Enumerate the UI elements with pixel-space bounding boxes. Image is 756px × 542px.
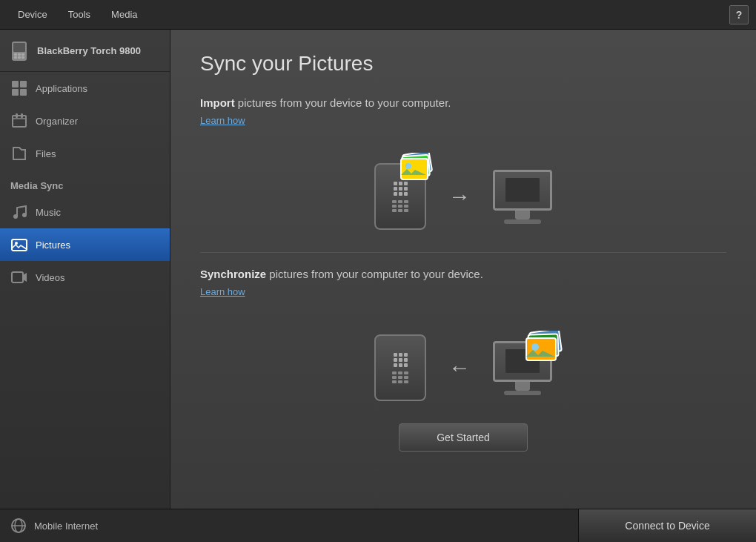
sidebar-item-files[interactable]: Files bbox=[0, 137, 170, 170]
svg-point-17 bbox=[22, 213, 27, 217]
sync-pic-stack bbox=[525, 331, 566, 366]
sidebar-media-section: Music Pictures bbox=[0, 196, 170, 294]
mobile-internet-icon bbox=[10, 518, 27, 534]
svg-rect-2 bbox=[14, 53, 17, 56]
import-strong-label: Import bbox=[200, 96, 235, 109]
sidebar-item-organizer[interactable]: Organizer bbox=[0, 105, 170, 137]
blackberry-device-icon bbox=[9, 40, 30, 61]
sidebar-item-device[interactable]: BlackBerry Torch 9800 bbox=[0, 30, 170, 72]
sidebar-item-music[interactable]: Music bbox=[0, 196, 170, 228]
page-title: Sync your Pictures bbox=[200, 52, 726, 76]
sidebar-nav-section: Applications Organizer bbox=[0, 72, 170, 170]
applications-icon bbox=[10, 79, 28, 97]
sidebar-item-pictures[interactable]: Pictures bbox=[0, 228, 170, 261]
music-icon bbox=[10, 203, 28, 221]
sync-diagram: ← bbox=[200, 334, 726, 401]
svg-rect-18 bbox=[12, 239, 27, 251]
svg-point-24 bbox=[405, 163, 411, 169]
phone-keypad bbox=[392, 200, 408, 212]
pictures-icon bbox=[10, 236, 28, 254]
content-area: Sync your Pictures Import pictures from … bbox=[170, 30, 756, 509]
svg-rect-23 bbox=[401, 159, 428, 179]
menu-device[interactable]: Device bbox=[7, 0, 58, 29]
svg-rect-15 bbox=[21, 113, 23, 118]
import-learn-how-link[interactable]: Learn how bbox=[200, 115, 245, 126]
status-bar: Mobile Internet Connect to Device bbox=[0, 509, 756, 542]
svg-rect-1 bbox=[13, 43, 25, 52]
help-button[interactable]: ? bbox=[729, 5, 749, 24]
get-started-button[interactable]: Get Started bbox=[399, 423, 528, 452]
sync-section: Synchronize pictures from your computer … bbox=[200, 268, 726, 309]
sync-learn-how-link[interactable]: Learn how bbox=[200, 286, 245, 297]
import-computer bbox=[493, 170, 552, 224]
svg-rect-9 bbox=[20, 81, 27, 87]
svg-point-30 bbox=[531, 343, 539, 351]
menu-media[interactable]: Media bbox=[101, 0, 147, 29]
import-phone-container bbox=[374, 163, 426, 230]
files-label: Files bbox=[36, 148, 56, 159]
import-pic-stack bbox=[399, 153, 437, 185]
sync-strong-label: Synchronize bbox=[200, 268, 266, 280]
svg-rect-29 bbox=[526, 338, 556, 360]
connect-to-device-button[interactable]: Connect to Device bbox=[578, 509, 756, 542]
svg-rect-12 bbox=[13, 116, 26, 127]
svg-rect-11 bbox=[20, 89, 27, 96]
sync-phone-keypad bbox=[392, 371, 408, 383]
videos-label: Videos bbox=[36, 272, 65, 283]
sidebar-item-applications[interactable]: Applications bbox=[0, 72, 170, 105]
import-monitor-screen bbox=[493, 170, 552, 211]
organizer-icon bbox=[10, 112, 28, 130]
import-desc-rest: pictures from your device to your comput… bbox=[238, 96, 451, 109]
import-diagram: → bbox=[200, 163, 726, 230]
status-left: Mobile Internet bbox=[0, 518, 578, 534]
svg-rect-8 bbox=[12, 81, 19, 87]
sync-phone-container bbox=[374, 334, 426, 401]
import-description: Import pictures from your device to your… bbox=[200, 96, 726, 109]
files-icon bbox=[10, 145, 28, 162]
svg-rect-25 bbox=[505, 178, 540, 202]
menu-bar: Device Tools Media ? bbox=[0, 0, 756, 30]
import-monitor-base bbox=[504, 219, 541, 224]
pictures-label: Pictures bbox=[36, 239, 70, 251]
sync-phone bbox=[374, 334, 426, 401]
sync-description: Synchronize pictures from your computer … bbox=[200, 268, 726, 280]
media-sync-header: Media Sync bbox=[0, 170, 170, 196]
sync-monitor-stand bbox=[515, 382, 530, 391]
menu-tools[interactable]: Tools bbox=[58, 0, 101, 29]
sync-computer-container bbox=[493, 341, 552, 395]
svg-point-16 bbox=[13, 214, 18, 219]
applications-label: Applications bbox=[36, 83, 87, 94]
svg-rect-14 bbox=[16, 113, 18, 118]
import-monitor-stand bbox=[515, 211, 530, 219]
svg-rect-7 bbox=[21, 56, 24, 59]
sidebar: BlackBerry Torch 9800 Applications bbox=[0, 30, 170, 509]
organizer-label: Organizer bbox=[36, 116, 78, 127]
svg-rect-5 bbox=[14, 56, 17, 59]
music-label: Music bbox=[36, 207, 61, 218]
svg-rect-10 bbox=[12, 89, 19, 96]
videos-icon bbox=[10, 268, 28, 286]
import-arrow: → bbox=[448, 184, 471, 209]
svg-rect-6 bbox=[18, 56, 21, 59]
svg-rect-20 bbox=[12, 272, 23, 282]
sync-bb-logo bbox=[394, 353, 408, 367]
main-layout: BlackBerry Torch 9800 Applications bbox=[0, 30, 756, 509]
svg-rect-3 bbox=[18, 53, 21, 56]
sync-monitor-base bbox=[504, 391, 541, 395]
sidebar-item-videos[interactable]: Videos bbox=[0, 261, 170, 294]
section-divider bbox=[200, 252, 726, 253]
sync-arrow: ← bbox=[448, 355, 471, 380]
device-name: BlackBerry Torch 9800 bbox=[37, 45, 141, 56]
mobile-internet-label: Mobile Internet bbox=[34, 520, 98, 532]
sync-desc-rest: pictures from your computer to your devi… bbox=[269, 268, 483, 280]
import-section: Import pictures from your device to your… bbox=[200, 96, 726, 138]
svg-rect-4 bbox=[21, 53, 24, 56]
